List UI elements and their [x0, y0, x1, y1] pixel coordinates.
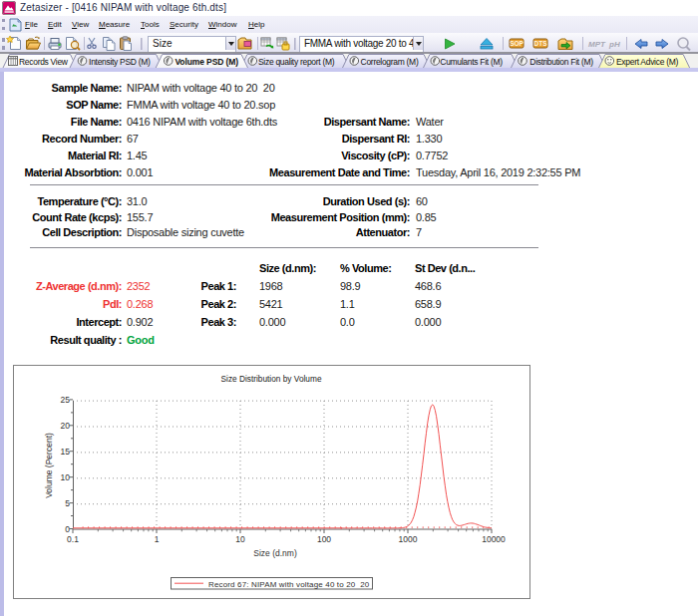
- svg-text:Records View: Records View: [19, 57, 69, 67]
- svg-text:DTS: DTS: [534, 40, 548, 47]
- svg-text:100: 100: [317, 534, 331, 544]
- svg-text:pH: pH: [608, 40, 620, 49]
- svg-text:5: 5: [65, 498, 70, 508]
- svg-text:Size Distribution by Volume: Size Distribution by Volume: [221, 374, 322, 384]
- svg-text:10000: 10000: [482, 534, 506, 544]
- svg-text:Expert Advice (M): Expert Advice (M): [616, 57, 678, 67]
- svg-text:Size (d.nm): Size (d.nm): [253, 548, 297, 558]
- svg-text:Volume PSD (M): Volume PSD (M): [174, 57, 238, 67]
- svg-text:Size quality report (M): Size quality report (M): [258, 57, 335, 67]
- svg-text:20: 20: [61, 421, 71, 431]
- svg-text:SOP: SOP: [510, 40, 524, 47]
- svg-text:MPT: MPT: [588, 40, 606, 49]
- svg-text:Cumulants Fit (M): Cumulants Fit (M): [440, 57, 503, 67]
- svg-text:0.1: 0.1: [67, 534, 79, 544]
- svg-text:Correlogram (M): Correlogram (M): [361, 57, 419, 67]
- svg-text:Distribution Fit (M): Distribution Fit (M): [529, 57, 593, 67]
- svg-text:0: 0: [65, 524, 70, 534]
- svg-text:Record 67: NIPAM with voltage: Record 67: NIPAM with voltage 40 to 20 2…: [208, 580, 370, 589]
- svg-text:Volume (Percent): Volume (Percent): [44, 433, 54, 498]
- svg-text:1000: 1000: [399, 534, 418, 544]
- svg-text:15: 15: [61, 447, 71, 457]
- svg-text:25: 25: [61, 395, 71, 405]
- svg-text:10: 10: [235, 534, 245, 544]
- svg-text:1: 1: [155, 534, 160, 544]
- svg-text:Intensity PSD (M): Intensity PSD (M): [89, 57, 151, 67]
- svg-text:10: 10: [61, 472, 71, 482]
